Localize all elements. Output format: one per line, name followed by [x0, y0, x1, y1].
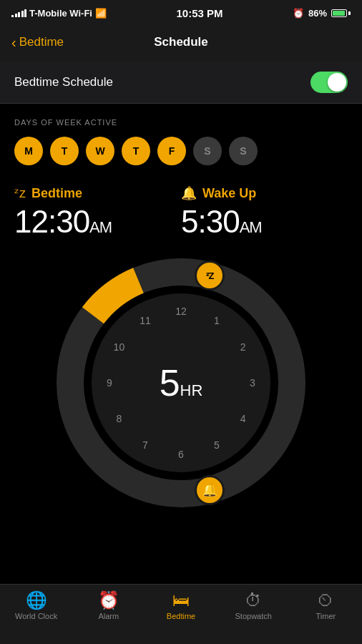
duration-number: 5	[160, 362, 180, 404]
bedtime-label: Bedtime	[31, 186, 82, 201]
signal-bar-1	[11, 15, 14, 17]
status-bar: T-Mobile Wi-Fi 📶 10:53 PM ⏰ 86%	[0, 0, 362, 26]
bedtime-handle[interactable]: ᶻZ	[195, 260, 225, 291]
clock-number-4: 4	[240, 413, 246, 424]
signal-bar-4	[21, 11, 24, 17]
times-section: ᶻz Bedtime 12:30AM 🔔 Wake Up 5:30AM	[0, 172, 362, 247]
day-w-2[interactable]: W	[86, 137, 114, 165]
tab-timer[interactable]: ⏲Timer	[290, 592, 362, 620]
day-f-4[interactable]: F	[157, 137, 186, 165]
bedtime-header: ᶻz Bedtime	[14, 185, 181, 201]
duration-unit: HR	[180, 381, 203, 399]
tab-world-clock[interactable]: 🌐World Clock	[0, 592, 72, 620]
wakeup-icon: 🔔	[181, 185, 197, 201]
day-s-5[interactable]: S	[193, 137, 222, 165]
tab-stopwatch[interactable]: ⏱Stopwatch	[217, 592, 290, 620]
clock-number-1: 1	[214, 315, 220, 326]
clock-face: 5HR 121234567891011	[92, 293, 270, 472]
back-button[interactable]: ‹ Bedtime	[11, 34, 64, 51]
days-row: MTWTFSS	[14, 137, 348, 165]
battery-fill	[333, 11, 345, 16]
wakeup-label: Wake Up	[202, 186, 256, 201]
tab-timer-icon: ⏲	[317, 592, 334, 609]
clock-number-10: 10	[114, 341, 125, 353]
wakeup-ampm: AM	[240, 218, 262, 236]
clock-number-8: 8	[116, 413, 122, 424]
signal-bar-5	[24, 9, 26, 17]
bedtime-time: 12:30AM	[14, 204, 181, 240]
clock-number-12: 12	[175, 306, 187, 317]
signal-bars	[11, 9, 26, 17]
clock-container: 5HR 121234567891011 ᶻZ 🔔	[52, 254, 310, 512]
bedtime-ampm: AM	[89, 218, 112, 236]
tab-alarm-label: Alarm	[98, 612, 119, 620]
wakeup-header: 🔔 Wake Up	[181, 185, 348, 201]
tab-alarm[interactable]: ⏰Alarm	[72, 592, 145, 620]
clock-number-11: 11	[140, 315, 151, 326]
tab-bedtime-icon: 🛏	[172, 592, 190, 609]
day-m-0[interactable]: M	[14, 137, 43, 165]
tab-bedtime-label: Bedtime	[167, 612, 195, 620]
clock-number-6: 6	[178, 449, 184, 460]
carrier-label: T-Mobile Wi-Fi	[29, 8, 92, 19]
schedule-row: Bedtime Schedule	[0, 62, 362, 104]
day-s-6[interactable]: S	[229, 137, 258, 165]
clock-number-7: 7	[142, 439, 148, 451]
wakeup-time: 5:30AM	[181, 204, 348, 240]
days-label: DAYS OF WEEK ACTIVE	[14, 118, 348, 127]
status-left: T-Mobile Wi-Fi 📶	[11, 8, 107, 19]
clock-duration: 5HR	[160, 361, 203, 404]
wakeup-time-value: 5:30	[181, 204, 240, 239]
wakeup-block[interactable]: 🔔 Wake Up 5:30AM	[181, 185, 348, 240]
bedtime-block[interactable]: ᶻz Bedtime 12:30AM	[14, 185, 181, 240]
battery-icon	[331, 9, 351, 17]
bedtime-icon: ᶻz	[14, 185, 26, 201]
signal-bar-2	[15, 14, 17, 17]
signal-bar-3	[18, 12, 20, 17]
tab-stopwatch-label: Stopwatch	[235, 612, 272, 620]
toggle-knob	[328, 73, 346, 92]
back-chevron-icon: ‹	[11, 34, 16, 51]
battery-body	[331, 9, 347, 17]
tab-timer-label: Timer	[316, 612, 336, 620]
back-label: Bedtime	[19, 35, 64, 49]
nav-title: Schedule	[154, 35, 208, 49]
alarm-status-icon: ⏰	[293, 8, 304, 19]
status-time: 10:53 PM	[176, 7, 222, 19]
nav-bar: ‹ Bedtime Schedule	[0, 26, 362, 62]
tab-stopwatch-icon: ⏱	[245, 592, 262, 609]
bedtime-schedule-toggle[interactable]	[310, 72, 348, 93]
clock-number-3: 3	[250, 377, 255, 389]
clock-number-2: 2	[240, 341, 246, 353]
status-right: ⏰ 86%	[293, 8, 351, 19]
clock-number-5: 5	[214, 439, 220, 451]
days-section: DAYS OF WEEK ACTIVE MTWTFSS	[0, 104, 362, 172]
wakeup-handle[interactable]: 🔔	[195, 475, 225, 505]
clock-inner: 5HR 121234567891011	[92, 293, 270, 472]
battery-percent: 86%	[308, 8, 327, 19]
tab-alarm-icon: ⏰	[98, 592, 119, 609]
tab-world-clock-label: World Clock	[15, 612, 57, 620]
bedtime-time-value: 12:30	[14, 204, 89, 239]
wifi-icon: 📶	[95, 8, 107, 19]
day-t-3[interactable]: T	[122, 137, 150, 165]
clock-section: 5HR 121234567891011 ᶻZ 🔔	[0, 247, 362, 512]
battery-tip	[348, 11, 351, 15]
tab-bar: 🌐World Clock⏰Alarm🛏Bedtime⏱Stopwatch⏲Tim…	[0, 584, 362, 644]
tab-bedtime[interactable]: 🛏Bedtime	[145, 592, 217, 620]
schedule-label: Bedtime Schedule	[14, 75, 113, 89]
tab-world-clock-icon: 🌐	[26, 592, 47, 609]
day-t-1[interactable]: T	[50, 137, 79, 165]
clock-number-9: 9	[107, 377, 112, 389]
